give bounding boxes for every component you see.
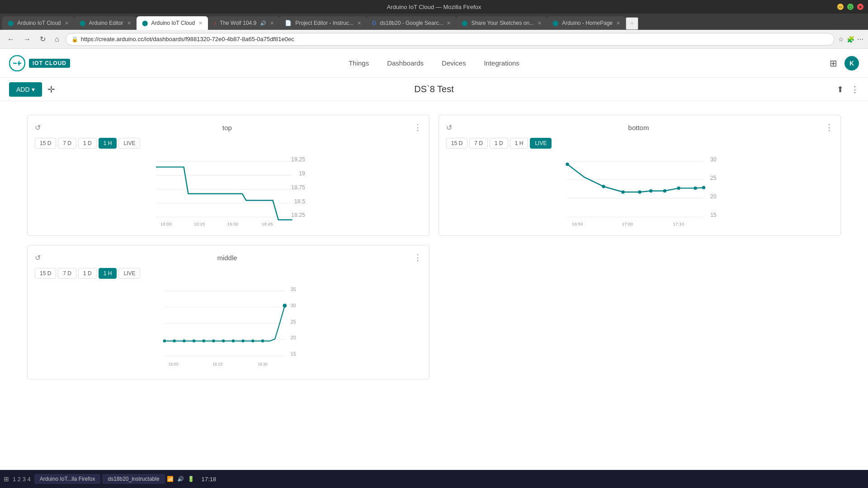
nav-devices[interactable]: Devices (442, 59, 466, 67)
add-chevron-icon: ▾ (32, 86, 35, 93)
iot-cloud-badge: IOT CLOUD (29, 59, 70, 68)
svg-text:19.25: 19.25 (291, 156, 305, 163)
add-button[interactable]: ADD ▾ (9, 82, 42, 97)
svg-text:18.25: 18.25 (291, 212, 305, 218)
tab-label-6: ds18b20 - Google Searc... (380, 20, 443, 26)
tab-close-5[interactable]: ✕ (357, 20, 361, 26)
taskbar-network-icon: 📶 (167, 476, 174, 482)
home-button[interactable]: ⌂ (52, 33, 62, 45)
empty-cell (439, 245, 841, 380)
nav-dashboards[interactable]: Dashboards (387, 59, 424, 67)
tab-close-6[interactable]: ✕ (447, 20, 451, 26)
close-button[interactable]: ✕ (857, 4, 863, 10)
time-btn-live-bottom[interactable]: LIVE (530, 138, 552, 149)
tab-project-editor[interactable]: 📄 Project Editor - Instruc... ✕ (279, 16, 367, 30)
widget-bottom-title: bottom (452, 124, 825, 131)
address-bar[interactable]: 🔒 https://create.arduino.cc/iot/dashboar… (66, 33, 835, 46)
svg-text:16:50: 16:50 (572, 221, 583, 226)
tab-close-4[interactable]: ✕ (270, 20, 274, 26)
widget-bottom-menu[interactable]: ⋮ (825, 122, 833, 132)
svg-text:16:45: 16:45 (262, 221, 273, 226)
tab-share[interactable]: ⬤ Share Your Sketches on... ✕ (456, 16, 547, 30)
widget-middle-menu[interactable]: ⋮ (414, 253, 422, 263)
tab-favicon-8: ⬤ (552, 20, 558, 26)
svg-point-53 (241, 339, 245, 343)
url-text: https://create.arduino.cc/iot/dashboards… (81, 36, 294, 42)
window-controls[interactable]: ─ □ ✕ (837, 4, 863, 10)
bookmarks-icon[interactable]: ☆ (838, 36, 844, 43)
time-btn-1d-top[interactable]: 1 D (78, 138, 97, 149)
tab-label-3: Arduino IoT Cloud (151, 20, 195, 26)
svg-text:19: 19 (299, 170, 305, 177)
widget-top-title: top (41, 124, 414, 131)
tab-arduino-editor[interactable]: ⬤ Arduino Editor ✕ (74, 16, 137, 30)
svg-point-29 (677, 187, 680, 190)
grid-icon[interactable]: ⊞ (830, 58, 837, 69)
time-btn-15d-top[interactable]: 15 D (35, 138, 56, 149)
overflow-menu-icon[interactable]: ⋯ (857, 36, 863, 43)
taskbar-firefox[interactable]: Arduino IoT...lla Firefox (34, 474, 101, 484)
chart-svg-top: 19.25 19 18.75 18.5 18.25 16:00 16:15 (35, 156, 422, 228)
tab-arduino-home[interactable]: ⬤ Arduino - HomePage ✕ (547, 16, 626, 30)
reload-button[interactable]: ↻ (37, 33, 48, 45)
tab-favicon-7: ⬤ (462, 20, 467, 26)
svg-point-51 (222, 339, 225, 343)
time-btn-7d-middle[interactable]: 7 D (58, 268, 76, 279)
desktop-numbers: 1 2 3 4 (13, 476, 31, 483)
tab-arduino-iot-active[interactable]: ⬤ Arduino IoT Cloud ✕ (137, 16, 208, 30)
minimize-button[interactable]: ─ (837, 4, 844, 10)
time-btn-7d-bottom[interactable]: 7 D (469, 138, 488, 149)
taskbar-system-icons: 📶 🔊 🔋 17:18 (167, 476, 217, 483)
time-btn-1d-bottom[interactable]: 1 D (490, 138, 508, 149)
tab-wolf[interactable]: ♪ The Wolf 104.9 🔊 ✕ (208, 16, 279, 30)
tab-favicon-2: ⬤ (80, 20, 85, 26)
time-btn-1d-middle[interactable]: 1 D (78, 268, 97, 279)
maximize-button[interactable]: □ (847, 4, 854, 10)
share-icon[interactable]: ⬆ (837, 84, 844, 94)
forward-button[interactable]: → (21, 33, 33, 45)
tab-close-8[interactable]: ✕ (616, 20, 620, 26)
time-btn-15d-bottom[interactable]: 15 D (446, 138, 467, 149)
time-btn-1h-bottom[interactable]: 1 H (510, 138, 528, 149)
tab-close-3[interactable]: ✕ (198, 20, 203, 26)
nav-things[interactable]: Things (349, 59, 369, 67)
user-avatar[interactable]: K (844, 56, 859, 70)
svg-point-56 (283, 304, 287, 308)
move-icon[interactable]: ✛ (47, 84, 55, 95)
svg-point-0 (9, 56, 25, 71)
svg-point-54 (251, 339, 255, 343)
tab-label-5: Project Editor - Instruc... (295, 20, 354, 26)
time-btn-1h-middle[interactable]: 1 H (99, 268, 117, 279)
tab-close-2[interactable]: ✕ (127, 20, 131, 26)
svg-text:16:00: 16:00 (160, 221, 172, 226)
widget-bottom: ↺ bottom ⋮ 15 D 7 D 1 D 1 H LIVE 30 25 2… (439, 115, 841, 236)
tab-label-8: Arduino - HomePage (562, 20, 613, 26)
tab-close-7[interactable]: ✕ (538, 20, 542, 26)
widget-bottom-header: ↺ bottom ⋮ (446, 122, 833, 132)
widget-top-menu[interactable]: ⋮ (414, 122, 422, 132)
widget-middle: ↺ middle ⋮ 15 D 7 D 1 D 1 H LIVE 35 30 2… (27, 245, 429, 380)
svg-text:20: 20 (710, 193, 717, 200)
tab-google[interactable]: G ds18b20 - Google Searc... ✕ (367, 16, 456, 30)
more-options-icon[interactable]: ⋮ (851, 84, 859, 94)
tab-favicon-3: ⬤ (142, 20, 148, 26)
time-btn-7d-top[interactable]: 7 D (58, 138, 76, 149)
chart-svg-bottom: 30 25 20 15 (446, 156, 833, 228)
new-tab-button[interactable]: + (626, 17, 638, 30)
time-btn-1h-top[interactable]: 1 H (99, 138, 117, 149)
time-btn-live-top[interactable]: LIVE (118, 138, 140, 149)
taskbar-start-icon[interactable]: ⊞ (4, 475, 9, 483)
tab-label-7: Share Your Sketches on... (471, 20, 534, 26)
tab-close-1[interactable]: ✕ (65, 20, 69, 26)
back-button[interactable]: ← (5, 33, 17, 45)
time-btn-15d-middle[interactable]: 15 D (35, 268, 56, 279)
tab-mute-4[interactable]: 🔊 (260, 20, 266, 26)
time-btn-live-middle[interactable]: LIVE (118, 268, 140, 279)
tab-label-4: The Wolf 104.9 (220, 20, 256, 26)
tab-arduino-iot-1[interactable]: ⬤ Arduino IoT Cloud ✕ (2, 16, 74, 30)
extensions-icon[interactable]: 🧩 (847, 36, 854, 43)
taskbar-ds18b20[interactable]: ds18b20_instructable (102, 474, 165, 484)
svg-point-25 (621, 190, 624, 193)
nav-integrations[interactable]: Integrations (484, 59, 519, 67)
svg-text:16:30: 16:30 (227, 221, 239, 226)
